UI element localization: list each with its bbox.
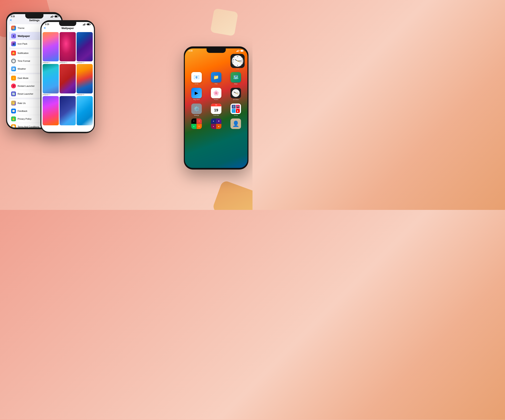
mid-status-time: 3:15 [45,23,49,25]
app-item-contacts[interactable]: 👤 [227,118,245,129]
wallpaper-thumb-4 [43,64,59,93]
feedback-label: Feedback [18,110,27,112]
right-signal-icon [236,50,239,52]
back-button[interactable]: < [10,18,12,22]
wallpaper-thumb-2 [60,32,76,61]
clock-face-large: 12 3 6 9 1 11 2 5 7 4 8 10 [232,55,244,67]
bg-decoration-br [212,180,252,210]
twitter-mini: 🐦 [232,109,235,113]
mid-battery-icon [87,23,90,25]
clock-small-face [232,89,240,97]
mini7: ● [211,124,216,129]
wallpaper-item-1[interactable]: Wallpaper 1 [43,32,59,63]
small-clock-center [235,93,236,93]
mini5: ▲ [211,118,216,124]
contacts-icon: 👤 [230,118,241,129]
app-item-gmail[interactable]: 📧 Gmail [188,72,205,85]
social-grid: f 📷 🐦 ▶ [232,105,240,113]
signal-bar-3 [52,16,52,18]
darkmode-label: Dark Mode [18,77,28,79]
wallpaper-item-7[interactable] [43,96,59,126]
wallpaper-label-2: Wallpaper 2 [60,62,76,63]
app-item-maps[interactable]: 🗺️ Maps [227,72,245,85]
app-grid-row3: ⚙️ Settings FRI 19 Calendar [185,102,247,118]
wallpaper-thumb-7 [43,96,59,125]
app-item-clock-small[interactable]: 10 Clock [227,88,245,100]
app-item-photos[interactable]: 🌸 Photos [207,88,225,100]
wallpaper-item-2[interactable]: Wallpaper 2 [60,32,76,63]
wallpaper-label-6: Wallpaper 6 [76,94,93,95]
mini6: ◆ [216,118,221,124]
clock-widget-large: 12 3 6 9 1 11 2 5 7 4 8 10 [230,54,245,70]
mid-signal-bar-3 [84,24,84,25]
bg-decoration-tr [210,8,238,36]
app-grid-row4: U S G O ▲ ◆ ● ■ 👤 [185,118,247,129]
phone-homescreen: 3:15 ▾ [184,46,248,170]
mid-wifi-icon: ▾ [86,23,87,25]
app-item-calendar[interactable]: FRI 19 Calendar [207,104,225,116]
restart-label: Restart Launcher [18,85,35,87]
right-signal-bar-2 [237,51,237,52]
wallpaper-back-button[interactable]: < [44,26,46,30]
maps-icon: 🗺️ [230,72,241,83]
wallpaper-icon: ✦ [11,33,16,38]
playstore-label: Play Store [193,99,200,100]
wallpaper-item-4[interactable]: Wallpaper 4 [43,64,59,95]
app-item-uber[interactable]: U S G O [188,118,205,129]
darkmode-icon: ☀️ [11,76,16,80]
right-signal-bar-3 [238,50,238,52]
wallpaper-label-1: Wallpaper 1 [43,62,59,63]
uber-group-icon: U S G O [191,118,202,129]
wallpaper-thumb-1 [43,32,59,61]
restart-icon: ↺ [11,84,16,88]
settings-icon: ⚙️ [191,104,202,114]
right-wifi-icon: ▾ [239,50,240,52]
homescreen: 3:15 ▾ [185,49,247,168]
app-grid-row1: 📧 Gmail 📁 Files 🗺️ Maps [185,70,247,86]
swiggy-mini: S [196,118,202,124]
wallpaper-item-3[interactable]: Wallpaper 3 [76,32,93,63]
clock-icon-large[interactable]: 12 3 6 9 1 11 2 5 7 4 8 10 [230,54,245,68]
wallpaper-item-6[interactable]: Wallpaper 6 [76,64,93,95]
wallpaper-thumb-9 [76,96,93,125]
notification-icon: 🔔 [11,51,16,56]
files-label: Files [215,83,218,85]
gmail-icon: 📧 [191,72,202,83]
app-item-social[interactable]: f 📷 🐦 ▶ Social [227,104,245,116]
social-label: Social [234,115,238,116]
app-item-files[interactable]: 📁 Files [207,72,225,85]
timeformat-icon: 🕐 [11,59,16,63]
home-background: 3:15 ▾ [185,49,247,168]
signal-bar-4 [52,16,53,18]
grab-mini: G [191,124,196,129]
clock-center-dot [237,61,238,61]
iconpack-label: Icon Pack [18,43,27,45]
iconpack-icon: ⊞ [11,41,16,46]
app-item-playstore[interactable]: ▶ Play Store [188,88,205,100]
ola-mini: O [196,124,202,129]
calendar-date: 19 [214,108,218,112]
wallpaper-title: Wallpaper [61,27,74,30]
wallpaper-item-9[interactable] [76,96,93,126]
app-item-group2[interactable]: ▲ ◆ ● ■ [207,118,225,129]
mid-notch [59,22,76,26]
clock-small-label: 10 Clock [233,99,239,100]
app-item-settings[interactable]: ⚙️ Settings [188,104,205,116]
rateus-label: Rate Us [18,102,26,104]
wallpaper-item-5[interactable] [60,64,76,95]
wallpaper-item-8[interactable] [60,96,76,126]
right-signal-bar-1 [236,51,237,52]
weather-icon: ☁️ [11,66,16,71]
reset-icon: 🔄 [11,92,16,96]
right-battery-fill [241,50,243,51]
wifi-icon: ▾ [53,16,54,17]
wallpaper-thumb-3 [76,32,93,61]
privacy-icon: ✋ [11,117,16,121]
reset-label: Reset Launcher [18,93,33,95]
battery-fill [55,16,57,17]
right-signal-bar-4 [238,50,239,52]
mid-signal-bar-4 [85,23,85,25]
signal-icon [50,16,53,18]
status-icons: ▾ [50,16,58,18]
social-icon: f 📷 🐦 ▶ [230,104,241,114]
